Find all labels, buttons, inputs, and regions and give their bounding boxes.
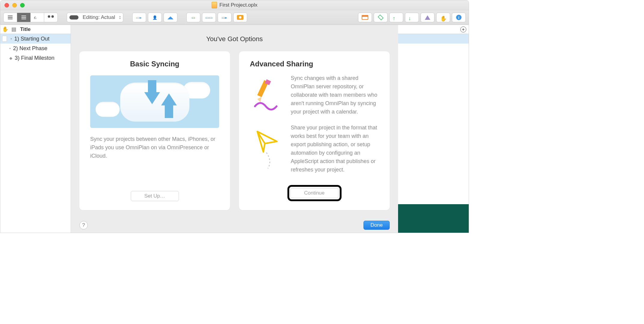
modal-title: You've Got Options (79, 35, 390, 43)
row-note-icon (2, 36, 7, 42)
done-button[interactable]: Done (363, 221, 390, 230)
toolbar-catchup-button[interactable]: ▭ (186, 13, 200, 22)
basic-syncing-heading: Basic Syncing (90, 60, 219, 68)
advanced-sharing-card: Advanced Sharing Sync changes with a sha… (239, 51, 390, 210)
basic-syncing-card: Basic Syncing Sync your projects between… (79, 51, 230, 210)
hand-icon: ✋ (440, 15, 446, 20)
info-icon: i (456, 15, 462, 20)
camera-icon (237, 15, 244, 20)
outline-row-label: 3) Final Mileston (15, 55, 54, 61)
stepper-icon: ▴▾ (119, 15, 121, 20)
cloud-down-icon: ↓ (408, 15, 416, 20)
toolbar-assign-button[interactable]: 👤 (148, 13, 162, 22)
pencil-collab-icon (250, 74, 283, 116)
arrow-up-icon (161, 93, 177, 105)
advanced-sharing-heading: Advanced Sharing (250, 60, 379, 68)
toolbar-publish-button[interactable]: ↑ (389, 13, 403, 22)
sync-illustration (90, 75, 219, 128)
options-sheet: You've Got Options Basic Syncing Sync yo… (71, 25, 398, 233)
toolbar-styles-button[interactable] (358, 13, 372, 22)
resources-view-button[interactable] (44, 13, 58, 22)
arrow-down-icon (144, 92, 160, 104)
toolbar-level-button[interactable]: ▭▸ (218, 13, 232, 22)
outline-row-label: 1) Starting Out (14, 36, 50, 42)
toolbar-changes-button[interactable] (421, 13, 434, 22)
editing-mode-dropdown[interactable]: Editing: Actual ▴▾ (67, 13, 123, 22)
toolbar-stop-button[interactable]: ✋ (436, 13, 450, 22)
help-button[interactable]: ? (79, 221, 88, 229)
outline-row[interactable]: • 2) Next Phase (0, 44, 71, 53)
network-view-button[interactable]: ⎌ (30, 13, 44, 22)
table-icon (362, 15, 368, 20)
bullet-icon: ◆ (9, 56, 12, 60)
toolbar-snapshot-button[interactable] (233, 13, 247, 22)
toolbar-reschedule-button[interactable]: ▭▭ (202, 13, 216, 22)
advanced-body-1: Sync changes with a shared OmniPlan serv… (291, 74, 379, 116)
outline-row[interactable]: • 1) Starting Out (0, 34, 71, 44)
titlebar: First Project.oplx (0, 0, 469, 10)
outline-row-label: 2) Next Phase (13, 45, 48, 52)
toolbar-simulations-button[interactable] (374, 13, 388, 22)
continue-button[interactable]: Continue (290, 188, 339, 198)
toolbar-update-button[interactable]: ↓ (405, 13, 419, 22)
outline-pane: ✋ ▤ Title • 1) Starting Out • 2) Next Ph… (0, 25, 71, 233)
outline-row[interactable]: ◆ 3) Final Mileston (0, 53, 71, 63)
outline-header: ✋ ▤ Title (0, 25, 71, 34)
note-icon[interactable]: ▤ (11, 26, 16, 32)
cloud-up-icon: ↑ (393, 15, 400, 20)
outline-view-button[interactable] (3, 13, 17, 22)
bullet-icon: • (11, 37, 12, 41)
triangle-icon (425, 15, 430, 20)
diamond-icon (378, 14, 383, 20)
window-title: First Project.oplx (219, 2, 258, 8)
advanced-body-2: Share your project in the format that wo… (291, 124, 379, 174)
toolbar-split-button[interactable]: ◢◣ (164, 13, 177, 22)
toolbar-inspector-button[interactable]: i (452, 13, 466, 22)
toolbar: ⎌ Editing: Actual ▴▾ ▭▸ 👤 ◢◣ ▭ ▭▭ ▭▸ ↑ ↓… (0, 10, 469, 25)
app-window: First Project.oplx ⎌ Editing: Actual ▴▾ … (0, 0, 469, 233)
svg-marker-3 (257, 132, 277, 152)
view-mode-group: ⎌ (3, 13, 58, 22)
bullet-icon: • (9, 46, 11, 51)
editing-mode-label: Editing: Actual (83, 14, 115, 20)
toolbar-link-button[interactable]: ▭▸ (132, 13, 146, 22)
continue-highlight: Continue (287, 185, 342, 201)
gantt-view-button[interactable] (17, 13, 31, 22)
basic-syncing-body: Sync your projects between other Macs, i… (90, 135, 219, 160)
svg-marker-2 (257, 97, 262, 102)
pill-icon (69, 15, 78, 20)
setup-button[interactable]: Set Up… (131, 191, 179, 201)
document-icon (212, 2, 217, 8)
paper-plane-icon (250, 124, 283, 174)
grab-icon[interactable]: ✋ (2, 26, 8, 32)
outline-title-column[interactable]: Title (20, 26, 31, 32)
add-column-button[interactable]: + (460, 26, 466, 32)
